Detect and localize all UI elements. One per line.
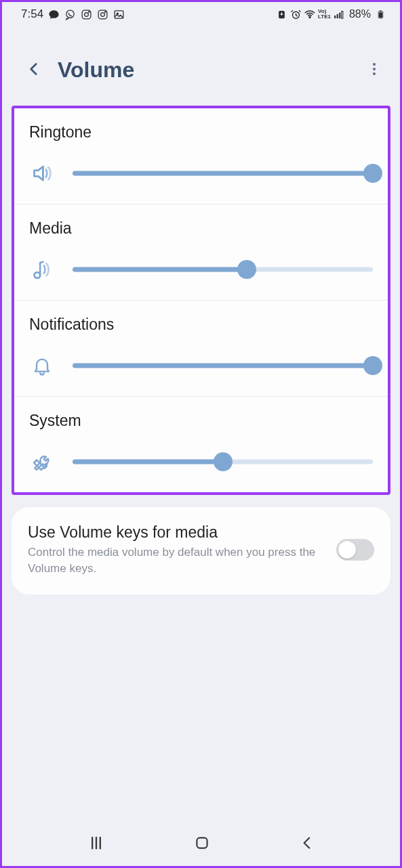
navigation-bar — [2, 827, 400, 866]
svg-rect-18 — [379, 12, 382, 18]
svg-rect-14 — [340, 12, 341, 18]
nav-home-button[interactable] — [193, 834, 211, 854]
ringtone-section: Ringtone — [14, 108, 388, 204]
svg-point-2 — [84, 12, 88, 16]
battery-icon — [374, 8, 386, 20]
system-slider[interactable] — [73, 452, 373, 471]
whatsapp-icon — [64, 8, 76, 20]
instagram-icon-2 — [96, 8, 108, 20]
svg-point-3 — [88, 11, 89, 12]
svg-point-21 — [373, 72, 376, 75]
notifications-slider[interactable] — [73, 356, 373, 375]
svg-rect-15 — [342, 11, 343, 18]
speaker-icon — [29, 160, 55, 186]
svg-point-20 — [373, 68, 376, 70]
volume-keys-subtitle: Control the media volume by default when… — [28, 544, 327, 577]
more-options-button[interactable] — [366, 61, 382, 80]
svg-point-5 — [100, 12, 104, 16]
app-update-icon — [275, 8, 287, 20]
battery-percent: 88% — [349, 8, 371, 20]
bell-icon — [29, 353, 55, 378]
status-time: 7:54 — [21, 7, 43, 21]
instagram-icon — [80, 8, 92, 20]
app-bar: Volume — [2, 25, 400, 97]
status-left: 7:54 — [21, 7, 125, 21]
status-right: Vo)LTE1 88% — [275, 8, 386, 20]
ringtone-label: Ringtone — [29, 123, 373, 142]
status-bar: 7:54 Vo)LTE1 88% — [2, 2, 400, 25]
volume-keys-option[interactable]: Use Volume keys for media Control the me… — [12, 507, 390, 594]
svg-rect-12 — [335, 15, 336, 18]
page-title: Volume — [58, 58, 366, 83]
svg-point-6 — [104, 11, 105, 12]
signal-icon — [333, 8, 345, 20]
wrench-icon — [29, 449, 55, 475]
gallery-icon — [113, 8, 125, 20]
chat-icon — [47, 8, 60, 20]
svg-rect-17 — [379, 10, 381, 12]
system-label: System — [29, 412, 373, 430]
back-button[interactable] — [25, 60, 43, 81]
svg-rect-7 — [115, 10, 123, 18]
media-section: Media — [14, 204, 388, 300]
ringtone-slider[interactable] — [73, 164, 373, 183]
system-section: System — [14, 396, 388, 492]
volume-keys-title: Use Volume keys for media — [28, 523, 327, 542]
notifications-label: Notifications — [29, 316, 373, 334]
volume-keys-toggle[interactable] — [336, 539, 374, 561]
media-label: Media — [29, 219, 373, 238]
svg-point-11 — [309, 17, 310, 18]
lte-indicator: Vo)LTE1 — [318, 8, 331, 20]
media-slider[interactable] — [73, 260, 373, 279]
nav-back-button[interactable] — [298, 834, 316, 854]
music-note-icon — [29, 257, 55, 282]
svg-rect-25 — [197, 838, 207, 848]
volume-sliders-card: Ringtone Media Notifications — [12, 106, 390, 495]
svg-point-0 — [66, 10, 73, 18]
notifications-section: Notifications — [14, 300, 388, 396]
wifi-icon — [304, 8, 316, 20]
alarm-icon — [289, 8, 302, 20]
svg-point-19 — [373, 63, 376, 66]
nav-recents-button[interactable] — [87, 833, 106, 855]
svg-rect-13 — [337, 14, 338, 18]
